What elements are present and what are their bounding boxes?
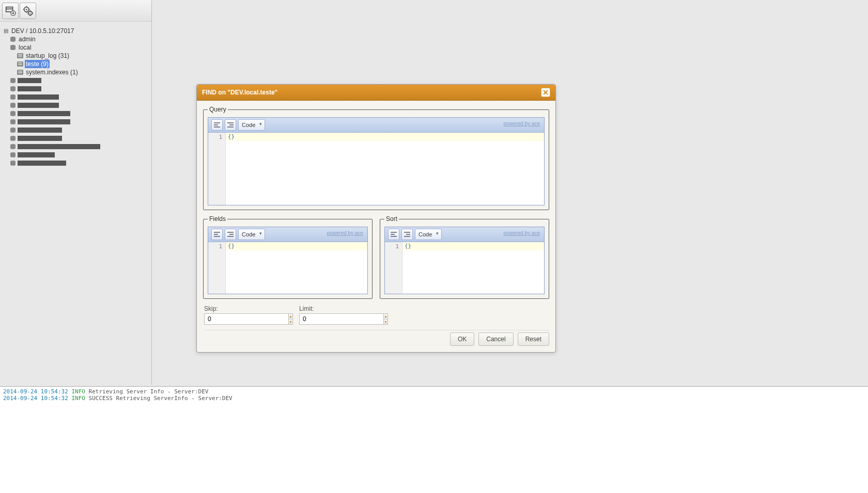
database-icon [9, 102, 17, 108]
sort-fieldset: Sort Code powered by ace 1 {} [380, 215, 549, 299]
database-icon [9, 86, 17, 92]
limit-up-button[interactable]: ▲ [384, 314, 388, 320]
redacted-label [18, 161, 66, 166]
align-right-button[interactable] [225, 119, 236, 131]
server-label: DEV / 10.0.5.10:27017 [10, 27, 75, 35]
tree-collection-system.indexes[interactable]: system.indexes (1) [2, 68, 149, 76]
database-icon [9, 110, 17, 117]
sidebar-toolbar [0, 0, 151, 22]
svg-rect-25 [18, 70, 23, 74]
database-icon [9, 152, 17, 158]
editor-toolbar: Code powered by ace [208, 118, 544, 133]
align-left-button[interactable] [211, 119, 223, 131]
editor-toolbar: Code powered by ace [208, 227, 367, 242]
collection-icon [17, 61, 24, 67]
code-line: {} [402, 242, 544, 250]
settings-button[interactable] [20, 3, 36, 19]
fields-legend: Fields [208, 215, 227, 222]
tree-db-admin[interactable]: admin [2, 35, 149, 43]
tree-collection-teste[interactable]: teste (9) [2, 60, 149, 68]
connection-tree: DEV / 10.0.5.10:27017 admin local startu… [0, 22, 151, 169]
close-button[interactable] [541, 88, 550, 97]
tree-db-redacted[interactable] [2, 151, 149, 159]
redacted-label [18, 103, 59, 108]
collection-label: system.indexes (1) [25, 68, 79, 76]
tree-db-redacted[interactable] [2, 118, 149, 126]
powered-by-link[interactable]: powered by ace [503, 121, 540, 126]
add-connection-button[interactable] [2, 3, 19, 19]
tree-db-redacted[interactable] [2, 126, 149, 134]
redacted-label [18, 144, 100, 149]
tree-db-redacted[interactable] [2, 142, 149, 151]
tree-db-redacted[interactable] [2, 93, 149, 101]
dialog-title-text: FIND on "DEV.local.teste" [202, 89, 277, 96]
limit-input[interactable] [299, 313, 383, 325]
find-dialog: FIND on "DEV.local.teste" Query Code pow… [196, 84, 556, 353]
editor-toolbar: Code powered by ace [385, 227, 544, 242]
query-code-area[interactable]: 1 {} [208, 133, 544, 205]
align-left-button[interactable] [388, 229, 399, 240]
powered-by-link[interactable]: powered by ace [327, 230, 363, 236]
reset-button[interactable]: Reset [518, 332, 549, 346]
collection-label: startup_log (31) [25, 52, 70, 60]
skip-up-button[interactable]: ▲ [289, 314, 292, 320]
query-editor: Code powered by ace 1 {} [208, 117, 545, 205]
server-icon [2, 28, 9, 34]
tree-server[interactable]: DEV / 10.0.5.10:27017 [2, 27, 149, 35]
tree-collection-startup_log[interactable]: startup_log (31) [2, 52, 149, 60]
gutter: 1 [208, 242, 226, 294]
skip-input[interactable] [204, 313, 288, 325]
database-icon [9, 77, 17, 84]
database-icon [9, 36, 17, 42]
tree-db-redacted[interactable] [2, 134, 149, 142]
db-label: admin [18, 35, 37, 43]
collection-icon [17, 69, 24, 75]
query-legend: Query [208, 106, 228, 113]
dialog-titlebar[interactable]: FIND on "DEV.local.teste" [197, 85, 555, 101]
mode-select[interactable]: Code [238, 229, 265, 240]
cancel-button[interactable]: Cancel [478, 332, 513, 346]
align-left-button[interactable] [211, 229, 223, 240]
log-line: 2014-09-24 10:54:32 INFO Retrieving Serv… [3, 388, 865, 395]
database-icon [9, 160, 17, 166]
fields-code-area[interactable]: 1 {} [208, 242, 367, 294]
svg-point-6 [26, 8, 27, 10]
redacted-label [18, 136, 62, 141]
database-icon [9, 44, 17, 51]
log-line: 2014-09-24 10:54:32 INFO SUCCESS Retriev… [3, 395, 865, 402]
sort-code-area[interactable]: 1 {} [385, 242, 544, 294]
sidebar: DEV / 10.0.5.10:27017 admin local startu… [0, 0, 152, 385]
tree-db-redacted[interactable] [2, 109, 149, 118]
redacted-label [18, 152, 55, 157]
redacted-label [18, 78, 41, 83]
database-icon [9, 127, 17, 133]
code-line: {} [226, 133, 544, 141]
powered-by-link[interactable]: powered by ace [503, 230, 540, 236]
database-icon [9, 94, 17, 100]
skip-down-button[interactable]: ▼ [289, 320, 292, 325]
gutter: 1 [385, 242, 402, 294]
collection-label: teste (9) [25, 60, 50, 68]
database-icon [9, 135, 17, 141]
mode-select[interactable]: Code [415, 229, 442, 240]
tree-db-redacted[interactable] [2, 101, 149, 109]
sort-legend: Sort [384, 215, 399, 222]
limit-down-button[interactable]: ▼ [384, 320, 388, 325]
fields-fieldset: Fields Code powered by ace 1 {} [203, 215, 373, 299]
align-right-button[interactable] [401, 229, 413, 240]
tree-db-redacted[interactable] [2, 76, 149, 85]
query-fieldset: Query Code powered by ace 1 {} [203, 106, 549, 210]
tree-db-local[interactable]: local [2, 43, 149, 52]
log-panel: 2014-09-24 10:54:32 INFO Retrieving Serv… [0, 386, 868, 493]
fields-editor: Code powered by ace 1 {} [208, 227, 368, 294]
sort-editor: Code powered by ace 1 {} [384, 227, 545, 294]
database-icon [9, 119, 17, 125]
svg-rect-22 [18, 62, 23, 66]
align-right-button[interactable] [225, 229, 236, 240]
tree-db-redacted[interactable] [2, 85, 149, 93]
ok-button[interactable]: OK [450, 332, 474, 346]
database-icon [9, 144, 17, 150]
mode-select[interactable]: Code [238, 119, 265, 131]
tree-db-redacted[interactable] [2, 159, 149, 167]
redacted-label [18, 94, 59, 100]
